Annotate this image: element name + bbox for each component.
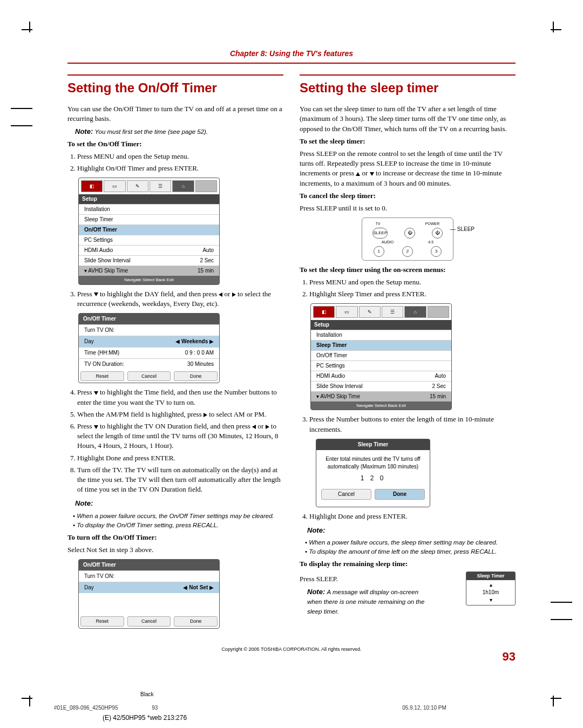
left-heading1: To set the On/Off Timer: xyxy=(67,139,283,149)
setup-ui-2: ◧▭✎☰⌂ Setup Installation Sleep Timer On/… xyxy=(310,303,452,410)
ui-footer: Navigate Select Back Exit xyxy=(79,276,219,284)
left-note1: You must first set the time (see page 52… xyxy=(94,128,208,135)
left-step1: Press MENU and open the Setup menu. xyxy=(77,152,283,161)
left-note2b: To display the On/Off Timer setting, pre… xyxy=(73,521,283,529)
tab-icon: ⌂ xyxy=(172,180,194,192)
tab-icon xyxy=(195,180,217,192)
right-column: Setting the sleep timer You can set the … xyxy=(300,69,516,633)
note-label: Note: xyxy=(75,127,93,135)
left-step6: Press to highlight the TV ON Duration fi… xyxy=(77,421,283,451)
sleep-timer-ui: Sleep Timer Enter total minutes until th… xyxy=(316,439,430,507)
tab-icon: ◧ xyxy=(81,180,103,192)
right-note-b: To display the amount of time left on th… xyxy=(305,547,516,556)
tab-icon: ☰ xyxy=(150,180,171,192)
footer-web: (E) 42/50HP95 *web 213:276 xyxy=(103,713,187,723)
tab-icon: ▭ xyxy=(104,180,125,192)
left-step7: Highlight Done and press ENTER. xyxy=(77,453,283,463)
onoff-timer-ui: On/Off Timer Turn TV ON: Day◀ Weekends ▶… xyxy=(78,313,220,384)
right-step4: Highlight Done and press ENTER. xyxy=(309,512,516,521)
left-step3: Press to highlight the DAY field, and th… xyxy=(77,289,283,309)
left-step5: When the AM/PM field is highlighted, pre… xyxy=(77,410,283,419)
right-title: Setting the sleep timer xyxy=(300,74,516,97)
right-heading3: To set the sleep timer using the on-scre… xyxy=(300,265,516,275)
left-off-text: Select Not Set in step 3 above. xyxy=(67,545,283,555)
copyright: Copyright © 2005 TOSHIBA CORPORATION. Al… xyxy=(67,646,516,653)
setup-ui-1: ◧ ▭ ✎ ☰ ⌂ Setup Installation Sleep Timer… xyxy=(78,178,220,284)
note-label: Note: xyxy=(75,499,283,508)
right-intro: You can set the sleep timer to turn off … xyxy=(300,104,516,134)
left-intro: You can use the On/Off Timer to turn the… xyxy=(67,104,283,124)
right-step1: Press MENU and open the Setup menu. xyxy=(309,277,516,287)
page-number: 93 xyxy=(503,649,516,665)
right-heading1: To set the sleep timer: xyxy=(300,137,516,146)
tab-icon: ✎ xyxy=(127,180,148,192)
left-title: Setting the On/Off Timer xyxy=(67,74,283,97)
chapter-header: Chapter 8: Using the TV's features xyxy=(67,49,516,64)
footer-black: Black xyxy=(140,691,153,698)
left-step8: Turn off the TV. The TV will turn on aut… xyxy=(77,465,283,495)
mini-sleep-display: Sleep Timer ▴1h10m▾ xyxy=(466,571,516,605)
right-step2: Highlight Sleep Timer and press ENTER. xyxy=(309,289,516,299)
setup-label: Setup xyxy=(79,194,219,204)
right-note-a: When a power failure occurs, the sleep t… xyxy=(305,538,516,547)
print-footer: #01E_089-096_4250HP95 93 05.9.12, 10:10 … xyxy=(54,704,479,712)
right-heading4: To display the remaining sleep time: xyxy=(300,559,516,569)
left-column: Setting the On/Off Timer You can use the… xyxy=(67,69,283,633)
right-step3: Press the Number buttons to enter the le… xyxy=(309,414,516,434)
page-content: Chapter 8: Using the TV's features Setti… xyxy=(67,49,516,652)
onoff-timer-ui-notset: On/Off Timer Turn TV ON: Day◀ Not Set ▶ … xyxy=(78,559,220,629)
remote-illustration: TVPOWER SLEEP⏻⏻ AUDIO4:3 123 — SLEEP xyxy=(362,217,453,261)
timer-header: On/Off Timer xyxy=(79,314,219,324)
right-para2: Press SLEEP until it is set to 0. xyxy=(300,203,516,213)
left-note2a: When a power failure occurs, the On/Off … xyxy=(73,512,283,520)
left-step4: Press to highlight the Time field, and t… xyxy=(77,387,283,407)
left-heading2: To turn off the On/Off Timer: xyxy=(67,533,283,542)
right-para1: Press SLEEP on the remote control to set… xyxy=(300,149,516,188)
right-heading2: To cancel the sleep timer: xyxy=(300,191,516,201)
right-note-display: A message will display on-screen when th… xyxy=(307,589,424,615)
left-step2: Highlight On/Off Timer and press ENTER. xyxy=(77,164,283,173)
